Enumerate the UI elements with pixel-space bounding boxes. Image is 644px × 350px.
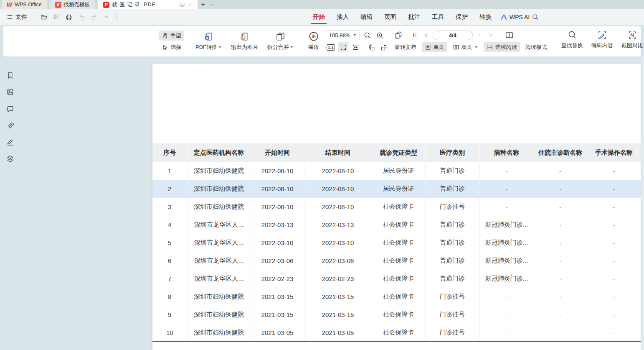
find-replace-button[interactable]: 查找替换 bbox=[558, 29, 586, 50]
table-row[interactable]: 6深圳市龙华区人...2022-03-062022-03-06社会保障卡普通门诊… bbox=[152, 252, 641, 270]
table-cell: - bbox=[587, 252, 641, 270]
bookmark-icon[interactable] bbox=[5, 71, 15, 80]
double-page-button[interactable]: 双页 ▼ bbox=[450, 42, 481, 52]
save-button[interactable] bbox=[51, 12, 62, 23]
read-mode-label: 阅读模式 bbox=[525, 43, 547, 51]
search-button[interactable] bbox=[530, 12, 540, 23]
actual-size-button[interactable]: 1:1 bbox=[326, 42, 336, 52]
close-tab-icon[interactable] bbox=[188, 2, 193, 7]
table-row[interactable]: 2深圳市妇幼保健院2022-08-102022-08-10居民身份证普通门诊--… bbox=[152, 180, 641, 198]
page-indicator[interactable]: 4/4 bbox=[433, 31, 473, 40]
file-menu-button[interactable]: 文件 bbox=[4, 12, 30, 23]
table-cell: 2022-03-10 bbox=[304, 234, 372, 252]
rotate-document-button[interactable]: 旋转文档 bbox=[392, 42, 419, 52]
thumbnail-panel-icon[interactable] bbox=[5, 87, 15, 96]
table-cell: - bbox=[534, 234, 587, 252]
chevron-down-icon: ▼ bbox=[353, 33, 357, 37]
ribbon-tab-5[interactable]: 工具 bbox=[426, 10, 450, 24]
rotate-right-button[interactable] bbox=[379, 42, 389, 52]
print-icon bbox=[65, 13, 73, 21]
monitor-icon[interactable] bbox=[179, 2, 185, 8]
page-indicator-value: 4/4 bbox=[449, 32, 456, 38]
table-cell: 6 bbox=[152, 252, 187, 270]
play-label: 播放 bbox=[308, 43, 319, 51]
attachment-icon[interactable] bbox=[5, 121, 15, 130]
vertical-scrollbar[interactable] bbox=[641, 56, 644, 350]
continuous-read-button[interactable]: 连续阅读 bbox=[484, 42, 520, 52]
hand-tool-button[interactable]: 手型 bbox=[159, 31, 184, 41]
rotate-left-icon bbox=[368, 43, 375, 51]
table-row[interactable]: 4深圳市龙华区人...2022-03-132022-03-13社会保障卡普通门诊… bbox=[152, 216, 641, 234]
divider bbox=[116, 13, 117, 21]
signature-pen-icon[interactable] bbox=[5, 137, 15, 146]
first-page-icon bbox=[412, 32, 418, 38]
table-cell: - bbox=[587, 288, 641, 306]
new-tab-button[interactable]: + bbox=[198, 0, 208, 9]
last-page-button[interactable] bbox=[486, 31, 494, 40]
table-cell: - bbox=[534, 198, 587, 216]
table-cell: - bbox=[479, 306, 534, 324]
zoom-out-button[interactable] bbox=[363, 30, 373, 40]
split-merge-button[interactable]: 拆分合并▼ bbox=[264, 31, 297, 52]
tab-document-active[interactable]: P 就 医 记 录 .PDF bbox=[98, 0, 198, 9]
edit-content-button[interactable]: 编辑内容 bbox=[588, 29, 616, 50]
split-merge-label: 拆分合并 bbox=[267, 43, 289, 51]
ribbon-tab-3[interactable]: 页面 bbox=[378, 10, 402, 24]
ribbon-tab-1[interactable]: 插入 bbox=[331, 10, 355, 24]
tab-wps-office[interactable]: W WPS Office bbox=[2, 0, 47, 9]
screenshot-compare-button[interactable]: 截图对比 bbox=[618, 29, 644, 50]
double-page-label: 双页 bbox=[461, 43, 472, 51]
export-image-label: 输出为图片 bbox=[231, 43, 258, 51]
fit-page-button[interactable] bbox=[338, 42, 348, 52]
wps-logo-icon: W bbox=[7, 1, 12, 8]
tab-list-chevron-icon[interactable] bbox=[208, 0, 217, 9]
table-row[interactable]: 10深圳市妇幼保健院2021-03-052021-03-05社会保障卡门诊挂号-… bbox=[152, 324, 641, 342]
redo-button[interactable] bbox=[89, 12, 99, 23]
table-cell: 普通门诊 bbox=[425, 216, 479, 234]
print-button[interactable] bbox=[63, 12, 74, 23]
table-cell: 新冠肺炎门诊... bbox=[479, 270, 534, 288]
wps-ai-button[interactable]: WPS AI bbox=[496, 14, 534, 20]
table-cell: - bbox=[534, 270, 587, 288]
rotate-left-button[interactable] bbox=[367, 42, 377, 52]
play-button[interactable]: 播放 bbox=[305, 30, 322, 52]
export-image-button[interactable]: 输出为图片 bbox=[228, 31, 261, 52]
single-page-button[interactable]: 单页 bbox=[422, 42, 447, 52]
screenshot-compare-label: 截图对比 bbox=[621, 42, 643, 49]
ribbon-tab-2[interactable]: 编辑 bbox=[355, 10, 378, 24]
ribbon-tab-4[interactable]: 批注 bbox=[402, 10, 426, 24]
table-row[interactable]: 3深圳市妇幼保健院2022-08-102022-08-10社会保障卡门诊挂号--… bbox=[152, 198, 641, 216]
first-page-button[interactable] bbox=[411, 31, 419, 40]
ribbon-tab-7[interactable]: 转换 bbox=[474, 10, 497, 24]
layers-icon[interactable] bbox=[5, 154, 15, 163]
previous-page-button[interactable] bbox=[422, 31, 430, 40]
pdf-convert-button[interactable]: PDF转换▼ bbox=[192, 31, 225, 52]
table-row[interactable]: 5深圳市龙华区人...2022-03-102022-03-10社会保障卡普通门诊… bbox=[152, 234, 641, 252]
table-cell: - bbox=[479, 162, 534, 180]
document-title: 就 医 记 录 .PDF bbox=[112, 1, 177, 8]
undo-button[interactable] bbox=[76, 12, 87, 23]
table-row[interactable]: 8深圳市妇幼保健院2021-03-152021-03-15社会保障卡门诊挂号--… bbox=[152, 288, 641, 306]
table-cell: 深圳市龙华区人... bbox=[187, 234, 251, 252]
next-page-button[interactable] bbox=[475, 31, 484, 40]
table-cell: 普通门诊 bbox=[425, 162, 479, 180]
zoom-in-button[interactable] bbox=[375, 30, 385, 40]
rotate-pages-button[interactable] bbox=[393, 30, 403, 40]
comment-panel-icon[interactable] bbox=[5, 104, 15, 113]
read-mode-icon-button[interactable] bbox=[505, 30, 515, 40]
table-row[interactable]: 1深圳市妇幼保健院2022-08-102022-08-10居民身份证普通门诊--… bbox=[152, 162, 641, 180]
fit-width-button[interactable] bbox=[351, 42, 361, 52]
table-cell: 4 bbox=[152, 216, 187, 234]
table-row[interactable]: 7深圳市龙华区人...2022-02-232022-02-23社会保障卡普通门诊… bbox=[152, 270, 641, 288]
tab-label: 找稻壳模板 bbox=[64, 1, 90, 8]
medical-table-body: 1深圳市妇幼保健院2022-08-102022-08-10居民身份证普通门诊--… bbox=[152, 162, 641, 342]
open-file-button[interactable] bbox=[38, 12, 49, 23]
tab-docer-templates[interactable]: 找稻壳模板 bbox=[50, 0, 95, 9]
read-mode-button[interactable]: 阅读模式 bbox=[522, 42, 550, 52]
table-row[interactable]: 9深圳市妇幼保健院2021-03-152021-03-15社会保障卡门诊挂号--… bbox=[152, 306, 641, 324]
toolbar-options-chevron[interactable] bbox=[101, 12, 112, 23]
ribbon-tab-6[interactable]: 保护 bbox=[450, 10, 474, 24]
zoom-level-select[interactable]: 105.88% ▼ bbox=[326, 31, 360, 40]
select-tool-button[interactable]: 选择 bbox=[159, 42, 184, 52]
ribbon-tab-0[interactable]: 开始 bbox=[307, 10, 331, 24]
